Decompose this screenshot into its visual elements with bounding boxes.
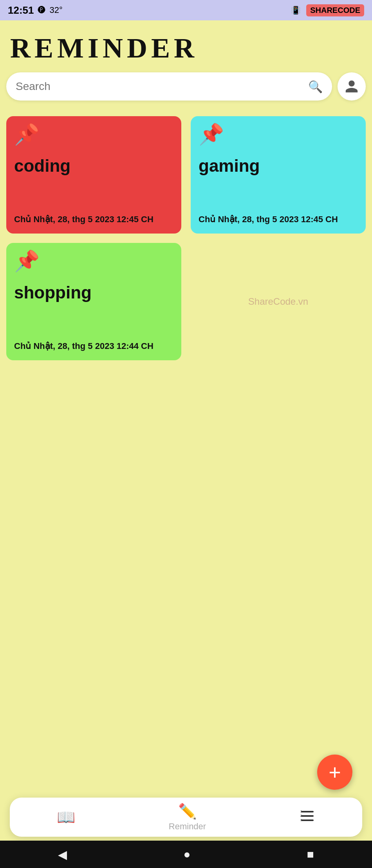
back-button[interactable]: ◀: [58, 848, 67, 861]
svg-text:2: 2: [300, 814, 302, 818]
add-reminder-button[interactable]: +: [317, 755, 352, 790]
note-date-gaming: Chủ Nhật, 28, thg 5 2023 12:45 CH: [199, 214, 338, 226]
note-title-coding: coding: [14, 152, 70, 180]
list-icon: 1 2 3: [300, 809, 315, 826]
nav-reminder-button[interactable]: ✏️ Reminder: [169, 803, 206, 832]
vibrate-icon: 📳: [291, 5, 301, 15]
pin-icon-coding: 📌: [14, 124, 40, 144]
status-temp: 32°: [50, 5, 63, 15]
status-left: 12:51 🅟 32°: [8, 4, 63, 16]
pin-icon-shopping: 📌: [14, 251, 40, 271]
add-icon: +: [329, 762, 341, 783]
note-title-gaming: gaming: [199, 152, 260, 180]
page-title: REMINDER: [6, 20, 366, 72]
profile-button[interactable]: [338, 72, 366, 101]
status-time: 12:51: [8, 4, 34, 16]
search-container: 🔍: [6, 72, 332, 101]
status-right: 📳 SHARECODE: [291, 4, 364, 16]
watermark-text: ShareCode.vn: [248, 296, 308, 307]
watermark-cell: ShareCode.vn: [191, 243, 366, 360]
nav-book-button[interactable]: 📖: [57, 809, 75, 826]
pin-icon-gaming: 📌: [199, 124, 224, 144]
note-card-coding[interactable]: 📌 coding Chủ Nhật, 28, thg 5 2023 12:45 …: [6, 116, 181, 234]
svg-text:1: 1: [300, 810, 302, 813]
svg-text:3: 3: [300, 818, 302, 822]
recent-button[interactable]: ■: [307, 848, 314, 861]
bottom-nav: 📖 ✏️ Reminder 1 2 3: [10, 798, 362, 837]
notes-section: 📌 coding Chủ Nhật, 28, thg 5 2023 12:45 …: [6, 112, 366, 364]
note-date-coding: Chủ Nhật, 28, thg 5 2023 12:45 CH: [14, 214, 153, 226]
system-bar: ◀ ● ■: [0, 841, 372, 868]
notes-grid: 📌 coding Chủ Nhật, 28, thg 5 2023 12:45 …: [6, 112, 366, 364]
nav-reminder-label: Reminder: [169, 821, 206, 832]
search-row: 🔍: [6, 72, 366, 101]
search-input[interactable]: [16, 80, 308, 93]
status-bar: 12:51 🅟 32° 📳 SHARECODE: [0, 0, 372, 20]
pencil-icon: ✏️: [178, 803, 197, 820]
profile-icon: [344, 79, 359, 94]
home-button[interactable]: ●: [183, 848, 190, 861]
note-title-shopping: shopping: [14, 279, 92, 306]
note-card-gaming[interactable]: 📌 gaming Chủ Nhật, 28, thg 5 2023 12:45 …: [191, 116, 366, 234]
nav-list-button[interactable]: 1 2 3: [300, 809, 315, 826]
search-button[interactable]: 🔍: [308, 80, 323, 93]
status-icon-p: 🅟: [38, 6, 46, 15]
app-content: REMINDER 🔍 📌 coding Chủ Nhật, 28, thg 5 …: [0, 20, 372, 868]
sharecode-badge: SHARECODE: [306, 4, 364, 16]
book-icon: 📖: [57, 809, 75, 826]
note-date-shopping: Chủ Nhật, 28, thg 5 2023 12:44 CH: [14, 340, 153, 352]
note-card-shopping[interactable]: 📌 shopping Chủ Nhật, 28, thg 5 2023 12:4…: [6, 243, 181, 360]
